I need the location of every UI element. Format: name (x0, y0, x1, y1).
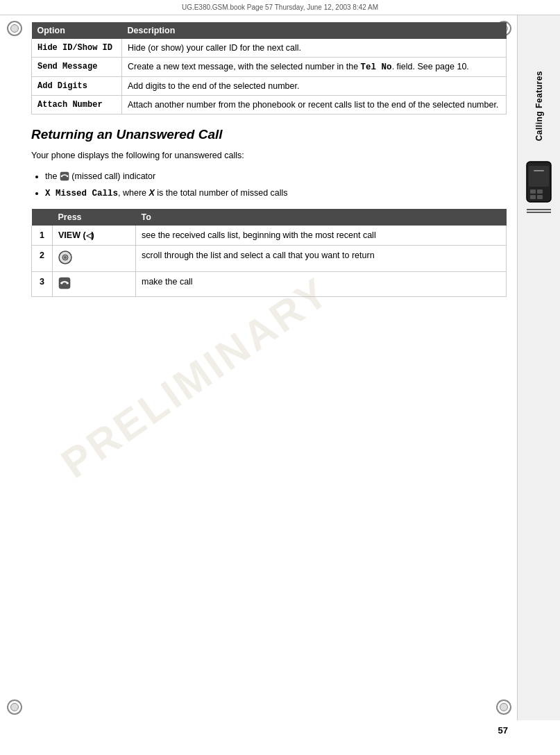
step-cell: 3 (32, 271, 53, 296)
main-content: Option Description Hide ID/Show ID Hide … (21, 15, 517, 720)
phone-icon (523, 160, 554, 205)
x-variable: X (45, 189, 56, 198)
bullet-list: the (missed call) indicator X Missed Cal… (45, 169, 507, 201)
description-cell: Add digits to the end of the selected nu… (122, 77, 507, 96)
press-header: Press (53, 209, 136, 226)
option-cell: Attach Number (32, 96, 122, 114)
call-send-icon (58, 277, 71, 289)
step-cell: 1 (32, 226, 53, 246)
bullet-suffix: (missed call) indicator (71, 171, 155, 181)
option-cell: Send Message (32, 58, 122, 77)
close-paren: ) (92, 230, 94, 240)
right-sidebar: Calling Features (517, 15, 560, 720)
svg-point-12 (64, 256, 67, 259)
press-cell (53, 271, 136, 296)
svg-rect-3 (537, 189, 543, 194)
description-header: Description (122, 22, 507, 39)
circle-inner-bl (10, 703, 19, 711)
header-bar: UG.E380.GSM.book Page 57 Thursday, June … (0, 0, 560, 15)
list-item: the (missed call) indicator (45, 169, 507, 183)
view-text: VIEW ( (58, 230, 86, 240)
svg-rect-2 (530, 189, 536, 194)
press-cell: VIEW (◁) (53, 226, 136, 246)
table-row: 1 VIEW (◁) see the received calls list, … (32, 226, 507, 246)
phone-icon-container (522, 162, 557, 203)
svg-point-14 (61, 282, 63, 284)
description-cell: Create a new text message, with the sele… (122, 58, 507, 77)
svg-point-8 (61, 176, 62, 177)
description-cell: Hide (or show) your caller ID for the ne… (122, 39, 507, 58)
desc-text-2: . field. See page 10. (392, 62, 469, 71)
svg-rect-5 (537, 195, 543, 199)
tel-no-text: Tel No (361, 62, 392, 72)
section-heading: Returning an Unanswered Call (31, 127, 507, 142)
x-italic: X (149, 188, 155, 198)
total-text: is the total number of missed calls (155, 188, 288, 198)
press-table: Press To 1 VIEW (◁) see the received cal… (31, 209, 507, 297)
where-text: , where (118, 188, 149, 198)
step-header (32, 209, 53, 226)
step-cell: 2 (32, 245, 53, 271)
table-row: 3 make the call (32, 271, 507, 296)
circle-inner-tl (10, 24, 19, 33)
press-cell (53, 245, 136, 271)
svg-rect-4 (530, 195, 536, 199)
page-number: 57 (498, 725, 508, 736)
option-header: Option (32, 22, 122, 39)
description-cell: Attach another number from the phonebook… (122, 96, 507, 114)
svg-point-15 (67, 282, 69, 284)
to-cell: make the call (136, 271, 507, 296)
corner-decoration-bl (7, 699, 22, 715)
svg-rect-1 (529, 166, 549, 187)
option-cell: Add Digits (32, 77, 122, 96)
sidebar-divider (527, 209, 551, 213)
bullet-prefix: the (45, 171, 60, 181)
desc-text-1: Create a new text message, with the sele… (128, 62, 361, 71)
option-table: Option Description Hide ID/Show ID Hide … (31, 22, 507, 114)
table-row: 2 scroll through the list and select a c… (32, 245, 507, 271)
section-intro: Your phone displays the following for un… (31, 149, 507, 162)
svg-point-9 (67, 176, 68, 177)
softkey-icon: ◁ (86, 231, 92, 239)
to-cell: see the received calls list, beginning w… (136, 226, 507, 246)
option-cell: Hide ID/Show ID (32, 39, 122, 58)
header-text: UG.E380.GSM.book Page 57 Thursday, June … (182, 3, 378, 11)
missed-calls-text: Missed Calls (56, 189, 118, 198)
sidebar-label: Calling Features (534, 71, 544, 141)
to-header: To (136, 209, 507, 226)
table-row: Hide ID/Show ID Hide (or show) your call… (32, 39, 507, 58)
page-container: PRELIMINARY UG.E380.GSM.book Page 57 Thu… (0, 0, 560, 755)
scroll-nav-icon (58, 251, 72, 264)
svg-rect-6 (534, 170, 544, 171)
missed-call-icon (60, 171, 69, 181)
table-row: Attach Number Attach another number from… (32, 96, 507, 114)
list-item: X Missed Calls, where X is the total num… (45, 186, 507, 201)
table-row: Add Digits Add digits to the end of the … (32, 77, 507, 96)
table-row: Send Message Create a new text message, … (32, 58, 507, 77)
to-cell: scroll through the list and select a cal… (136, 245, 507, 271)
corner-decoration-tl (7, 21, 22, 36)
